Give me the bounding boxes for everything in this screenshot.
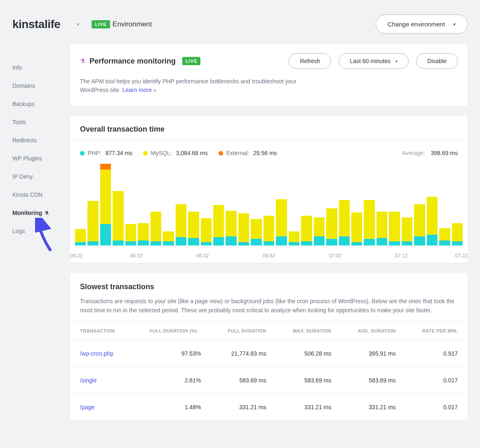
- cell-max: 331.21 ms: [276, 394, 341, 421]
- external-link-icon: ⎋: [153, 87, 156, 93]
- sidebar-item-ip-deny[interactable]: IP Deny: [12, 167, 58, 186]
- legend-avg-label: Average:: [402, 150, 425, 156]
- change-environment-label: Change environment: [388, 21, 445, 28]
- sort-indicator-icon: ↓: [199, 329, 201, 333]
- sidebar-item-label: Tools: [12, 119, 26, 125]
- chart-bar: [351, 212, 362, 245]
- slowest-transactions-card: Slowest transactions Transactions are re…: [70, 273, 468, 421]
- cell-avg: 583.69 ms: [341, 367, 405, 394]
- cell-rate: 0.917: [406, 340, 468, 367]
- chart-bar: [376, 212, 387, 245]
- card-title: Performance monitoring: [89, 57, 176, 66]
- chart-bar: [339, 200, 350, 245]
- legend-mysql-label: MySQL:: [151, 150, 172, 156]
- legend-php-label: PHP:: [88, 150, 101, 156]
- chart-bar: [326, 208, 337, 245]
- chart-bar: [238, 213, 249, 245]
- legend-dot-external: [219, 151, 223, 156]
- chart-bar: [251, 219, 261, 245]
- sidebar-item-kinsta-cdn[interactable]: Kinsta CDN: [12, 186, 58, 204]
- chart-bar: [151, 212, 161, 245]
- sidebar-item-wp-plugins[interactable]: WP Plugins: [12, 149, 58, 167]
- cell-full: 331.21 ms: [211, 394, 276, 421]
- sidebar-item-logs[interactable]: Logs: [12, 222, 58, 240]
- sidebar-item-domains[interactable]: Domains: [12, 77, 58, 95]
- desc-text: The APM tool helps you identify PHP perf…: [80, 78, 296, 93]
- chart-bar: [276, 199, 287, 245]
- learn-more-link[interactable]: Learn more: [122, 87, 152, 93]
- legend-external-label: External:: [226, 150, 249, 156]
- flask-icon: ⚗: [45, 210, 49, 216]
- chart-legend: PHP: 877.34 ms MySQL: 3,084.68 ms Extern…: [70, 141, 468, 164]
- sidebar-item-label: WP Plugins: [12, 155, 42, 162]
- chart-bar: [226, 211, 236, 245]
- col-avg-duration[interactable]: AVG. DURATION: [341, 322, 405, 340]
- legend-dot-mysql: [143, 151, 148, 156]
- site-name: kinstalife: [12, 18, 60, 31]
- cell-pct: 1.48%: [131, 394, 211, 421]
- sidebar-item-backups[interactable]: Backups: [12, 95, 58, 113]
- sidebar-item-tools[interactable]: Tools: [12, 113, 58, 131]
- section-description: Transactions are requests to your site (…: [80, 297, 458, 315]
- col-rate[interactable]: RATE PER MIN.: [406, 322, 468, 340]
- transaction-link[interactable]: /wp-cron.php: [80, 350, 113, 357]
- cell-full: 21,774.83 ms: [211, 340, 276, 367]
- legend-mysql-value: 3,084.68 ms: [176, 150, 208, 156]
- chart-bar: [100, 164, 111, 245]
- cell-max: 583.69 ms: [276, 367, 341, 394]
- chart-bar: [75, 229, 86, 245]
- performance-card: ⚗ Performance monitoring LIVE Refresh La…: [70, 44, 468, 106]
- chart-bar: [87, 201, 98, 245]
- sidebar-item-label: Logs: [12, 228, 25, 234]
- chevron-down-icon[interactable]: ▾: [77, 21, 79, 27]
- chart-bar: [427, 197, 438, 245]
- cell-full: 583.69 ms: [211, 367, 276, 394]
- chart-bar: [301, 216, 312, 245]
- change-environment-button[interactable]: Change environment ▾: [376, 14, 468, 34]
- chevron-down-icon: ▾: [395, 59, 398, 64]
- transaction-link[interactable]: /page: [80, 404, 94, 410]
- sidebar-item-label: Monitoring: [12, 210, 42, 216]
- sidebar-item-redirects[interactable]: Redirects: [12, 131, 58, 149]
- refresh-button[interactable]: Refresh: [289, 53, 331, 69]
- transaction-link[interactable]: /single: [80, 377, 96, 384]
- cell-rate: 0.017: [406, 394, 468, 421]
- disable-button[interactable]: Disable: [416, 53, 458, 69]
- cell-pct: 2.61%: [131, 367, 211, 394]
- chart-bar: [364, 200, 374, 245]
- chart-bar: [201, 218, 212, 245]
- chart-bar: [414, 204, 425, 245]
- x-tick: 06:32: [130, 253, 143, 259]
- chart-bar: [213, 205, 224, 245]
- timerange-select[interactable]: Last 60 minutes ▾: [339, 53, 409, 69]
- cell-rate: 0.017: [406, 367, 468, 394]
- sidebar-item-monitoring[interactable]: Monitoring⚗: [12, 204, 58, 222]
- legend-php-value: 877.34 ms: [106, 150, 132, 156]
- environment-label: Environment: [113, 20, 152, 28]
- chart-bar: [314, 217, 325, 245]
- table-row: /single2.61%583.69 ms583.69 ms583.69 ms0…: [70, 367, 468, 394]
- chart-bar: [163, 231, 174, 245]
- timerange-label: Last 60 minutes: [350, 58, 391, 64]
- legend-avg-value: 398.69 ms: [431, 150, 458, 156]
- x-tick: 07:22: [455, 253, 468, 259]
- cell-pct: 97.53%: [131, 340, 211, 367]
- refresh-label: Refresh: [300, 58, 320, 64]
- chart-bar: [452, 223, 463, 245]
- col-transaction[interactable]: TRANSACTION: [70, 322, 131, 340]
- chart-bar: [125, 224, 136, 245]
- sidebar-item-info[interactable]: Info: [12, 59, 58, 77]
- legend-dot-php: [80, 151, 85, 156]
- col-full-duration-pct[interactable]: FULL DURATION (%)↓: [131, 322, 211, 340]
- sidebar-item-label: Backups: [12, 101, 35, 107]
- col-max-duration[interactable]: MAX. DURATION: [276, 322, 341, 340]
- chart-bar: [113, 191, 123, 245]
- stacked-bar-chart: [75, 164, 463, 246]
- chart-bar: [439, 228, 450, 245]
- col-full-duration[interactable]: FULL DURATION: [211, 322, 276, 340]
- x-tick: 06:22: [70, 253, 82, 259]
- legend-external-value: 29.56 ms: [253, 150, 277, 156]
- chart-x-axis: 06:2206:3206:4206:5207:0207:1207:22: [70, 250, 468, 263]
- cell-avg: 331.21 ms: [341, 394, 405, 421]
- x-tick: 06:42: [196, 253, 209, 259]
